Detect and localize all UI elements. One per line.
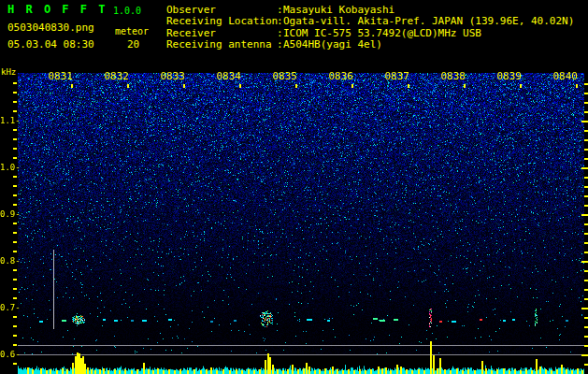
time-tick-label: 0831	[47, 71, 73, 82]
freq-minor-tick	[13, 344, 17, 346]
freq-minor-tick	[13, 279, 17, 280]
freq-minor-tick	[13, 223, 17, 224]
time-tick-label: 0840	[552, 71, 578, 82]
freq-minor-tick	[13, 204, 17, 206]
app-version: 1.0.0	[113, 6, 141, 16]
info-label: Receiving Location	[166, 16, 277, 27]
freq-minor-tick	[13, 82, 17, 84]
freq-minor-tick	[13, 110, 17, 112]
time-tick-label: 0833	[159, 71, 185, 82]
freq-minor-tick	[13, 251, 17, 252]
freq-minor-tick	[13, 185, 17, 187]
info-label: Observer	[166, 5, 277, 16]
info-separator: :	[277, 39, 282, 50]
hrofft-window: H R O F F T 1.0.0 0503040830.png meteor …	[0, 0, 588, 374]
freq-minor-tick	[13, 176, 17, 178]
freq-minor-tick	[13, 157, 17, 159]
freq-minor-tick	[13, 363, 17, 365]
time-tick-label: 0834	[215, 71, 241, 82]
freq-minor-tick	[13, 297, 17, 299]
spectrogram-canvas	[18, 73, 588, 374]
observation-datetime: 05.03.04 08:30	[7, 39, 94, 50]
freq-tick-label: 1.1-	[0, 116, 21, 125]
time-tick-label: 0832	[103, 71, 129, 82]
freq-axis-unit-label: kHz	[1, 67, 16, 77]
info-separator: :	[277, 28, 282, 39]
freq-minor-tick	[13, 269, 17, 271]
freq-minor-tick	[13, 335, 17, 337]
output-filename: 0503040830.png	[7, 22, 94, 34]
time-tick-label: 0836	[327, 71, 353, 82]
freq-tick-label: 0.6-	[0, 350, 21, 359]
observation-mode: meteor	[115, 26, 149, 36]
info-value: A504HB(yagi 4el)	[283, 39, 382, 50]
time-tick-label: 0837	[383, 71, 409, 82]
info-label: Receiver	[166, 28, 277, 39]
freq-minor-tick	[13, 288, 17, 290]
freq-minor-tick	[13, 129, 17, 131]
freq-tick-label: 0.7-	[0, 303, 21, 312]
freq-minor-tick	[13, 92, 17, 94]
app-title: H R O F F T	[7, 4, 108, 16]
info-value: Ogata-vill. Akita-Pref. JAPAN (139.96E, …	[283, 16, 574, 27]
info-separator: :	[277, 5, 282, 16]
info-value: Masayuki Kobayashi	[283, 5, 394, 16]
time-tick-label: 0839	[495, 71, 522, 82]
info-label: Receiving antenna	[166, 39, 277, 50]
freq-minor-tick	[13, 316, 17, 318]
time-tick-label: 0838	[439, 71, 466, 82]
freq-tick-label: 0.9-	[0, 209, 21, 219]
freq-minor-tick	[13, 148, 17, 150]
freq-minor-tick	[13, 194, 17, 196]
time-tick-label: 0835	[271, 71, 297, 82]
freq-minor-tick	[13, 232, 17, 234]
freq-tick-label: 1.0-	[0, 163, 21, 172]
freq-minor-tick	[13, 138, 17, 140]
freq-minor-tick	[13, 101, 17, 103]
echo-count: 20	[127, 39, 139, 50]
info-value: ICOM IC-575 53.7492(@LCD)MHz USB	[283, 28, 481, 39]
info-separator: :	[277, 16, 282, 27]
freq-minor-tick	[13, 325, 17, 327]
freq-tick-label: 0.8-	[0, 256, 21, 266]
freq-minor-tick	[13, 241, 17, 243]
